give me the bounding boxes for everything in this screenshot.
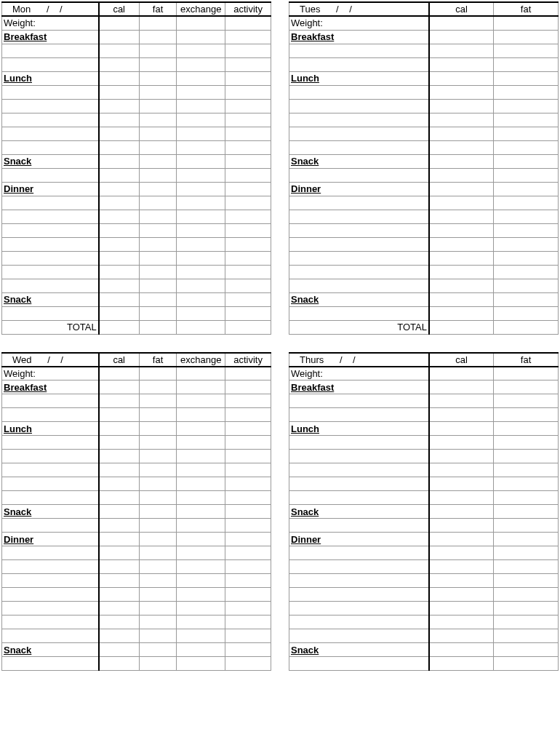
- cell: [225, 30, 271, 44]
- cell: [139, 279, 177, 292]
- cell: [494, 463, 559, 477]
- cell: [429, 99, 494, 113]
- blank-desc: [2, 57, 99, 71]
- day-header-tues: Tues / /: [289, 2, 429, 16]
- cell: [429, 85, 494, 99]
- blank-desc: [289, 306, 429, 320]
- col-cal: cal: [99, 2, 140, 16]
- cell: [99, 168, 140, 182]
- col-activity: activity: [225, 353, 271, 367]
- cell: [177, 196, 225, 210]
- day-name: Tues: [300, 4, 320, 15]
- cell: [225, 57, 271, 71]
- cell: [429, 279, 494, 292]
- cell: [139, 436, 177, 450]
- cell: [139, 223, 177, 237]
- cell: [494, 16, 559, 30]
- cell: [429, 615, 494, 629]
- cell: [99, 602, 140, 615]
- cell: [494, 168, 559, 182]
- cell: [494, 615, 559, 629]
- cell: [99, 519, 140, 533]
- cell: [99, 546, 140, 560]
- cell: [139, 251, 177, 265]
- cell: [429, 223, 494, 237]
- cell: [494, 182, 559, 196]
- day-header-mon: Mon / /: [2, 2, 99, 16]
- blank-desc: [2, 463, 99, 477]
- cell: [177, 292, 225, 306]
- cell: [429, 408, 494, 422]
- cell: [494, 251, 559, 265]
- cell: [225, 196, 271, 210]
- cell: [225, 154, 271, 168]
- cell: [494, 71, 559, 85]
- cell: [99, 30, 140, 44]
- cell: [225, 99, 271, 113]
- cell: [225, 265, 271, 279]
- section-dinner: Dinner: [289, 533, 429, 546]
- cell: [99, 57, 140, 71]
- blank-desc: [2, 615, 99, 629]
- cell: [429, 237, 494, 251]
- cell: [429, 560, 494, 574]
- cell: [429, 113, 494, 127]
- section-snack: Snack: [289, 505, 429, 519]
- cell: [225, 408, 271, 422]
- cell: [99, 643, 140, 657]
- date-sep: /: [60, 4, 63, 15]
- cell: [494, 657, 559, 671]
- cell: [139, 210, 177, 223]
- cell: [99, 381, 140, 394]
- cell: [494, 279, 559, 292]
- cell: [177, 210, 225, 223]
- cell: [99, 657, 140, 671]
- cell: [225, 44, 271, 57]
- cell: [99, 223, 140, 237]
- cell: [99, 251, 140, 265]
- cell: [139, 320, 177, 334]
- cell: [494, 546, 559, 560]
- cell: [139, 30, 177, 44]
- cell: [225, 140, 271, 154]
- cell: [225, 450, 271, 463]
- cell: [139, 505, 177, 519]
- blank-desc: [2, 602, 99, 615]
- cell: [99, 113, 140, 127]
- cell: [177, 643, 225, 657]
- blank-desc: [289, 588, 429, 602]
- cell: [429, 154, 494, 168]
- weight-label: Weight:: [2, 367, 99, 381]
- cell: [177, 30, 225, 44]
- day-name: Mon: [12, 4, 31, 15]
- cell: [99, 560, 140, 574]
- cell: [177, 71, 225, 85]
- day-table-wed: Wed / /calfatexchangeactivityWeight:Brea…: [1, 352, 271, 672]
- cell: [225, 422, 271, 436]
- cell: [225, 71, 271, 85]
- cell: [494, 602, 559, 615]
- section-lunch: Lunch: [289, 71, 429, 85]
- cell: [225, 505, 271, 519]
- blank-desc: [289, 57, 429, 71]
- cell: [177, 85, 225, 99]
- cell: [139, 450, 177, 463]
- cell: [99, 154, 140, 168]
- cell: [429, 422, 494, 436]
- cell: [139, 643, 177, 657]
- blank-desc: [2, 436, 99, 450]
- cell: [494, 44, 559, 57]
- blank-desc: [2, 394, 99, 408]
- cell: [494, 629, 559, 643]
- total-label: TOTAL: [2, 320, 99, 334]
- blank-desc: [289, 168, 429, 182]
- cell: [429, 588, 494, 602]
- cell: [494, 381, 559, 394]
- cell: [494, 422, 559, 436]
- blank-desc: [289, 629, 429, 643]
- cell: [139, 408, 177, 422]
- cell: [139, 85, 177, 99]
- blank-desc: [2, 44, 99, 57]
- cell: [429, 533, 494, 546]
- cell: [177, 560, 225, 574]
